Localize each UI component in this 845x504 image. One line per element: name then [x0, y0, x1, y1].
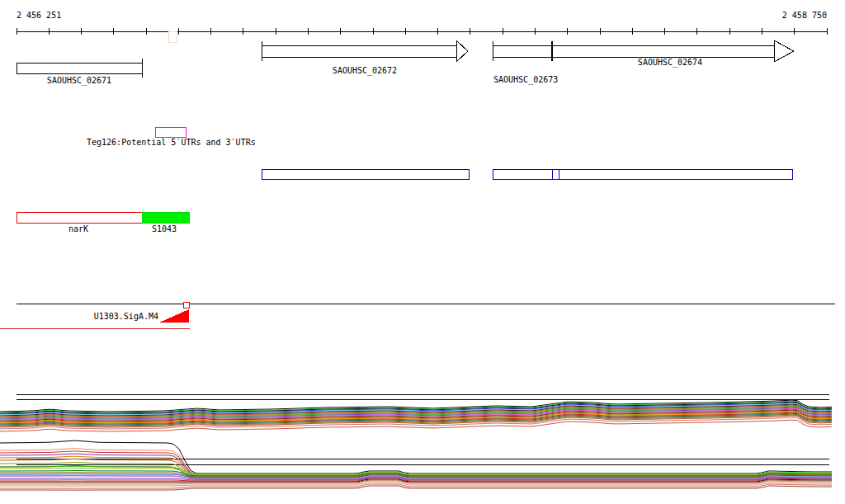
feature-saouhsc-02674[interactable]: SAOUHSC_02674	[552, 40, 794, 68]
tss-flag-triangle-icon[interactable]	[159, 309, 189, 323]
coverage-panel-1[interactable]	[0, 394, 832, 431]
teg126-utr-box-label: Teg126:Potential 5′UTRs and 3′UTRs	[87, 138, 256, 147]
nark-label: narK	[68, 224, 88, 233]
feature-s1043[interactable]: S1043	[142, 212, 189, 233]
feature-saouhsc-02671[interactable]: SAOUHSC_02671	[17, 59, 142, 86]
saouhsc-02673-label: SAOUHSC_02673	[493, 75, 558, 85]
coverage-panel-2[interactable]	[0, 440, 832, 490]
saouhsc-02671-label: SAOUHSC_02671	[47, 76, 111, 86]
feature-teg126-utr-box[interactable]: Teg126:Potential 5′UTRs and 3′UTRs	[87, 127, 256, 147]
saouhsc-02674-arrowhead-icon	[774, 40, 794, 62]
sequence-ruler[interactable]	[17, 28, 827, 42]
s1043-label: S1043	[152, 224, 177, 233]
tss-label: U1303.SigA.M4	[94, 312, 158, 321]
feature-saouhsc-02673[interactable]: SAOUHSC_02673	[493, 41, 559, 85]
feature-nark[interactable]: narK	[17, 212, 142, 233]
saouhsc-02672-label: SAOUHSC_02672	[333, 66, 397, 76]
feature-transcript-box-1[interactable]	[262, 169, 469, 179]
tss-track[interactable]: U1303.SigA.M4	[0, 302, 835, 328]
saouhsc-02672-arrowhead-icon	[456, 40, 468, 62]
genome-browser-window: 2 456 251 2 458 750 SAOUHSC_02671SAOUHSC…	[0, 0, 845, 504]
feature-saouhsc-02672[interactable]: SAOUHSC_02672	[262, 40, 468, 76]
genome-view-canvas: SAOUHSC_02671SAOUHSC_02672SAOUHSC_02673S…	[0, 0, 845, 504]
ruler-cursor-box[interactable]	[168, 31, 177, 42]
tss-marker-square[interactable]	[183, 302, 189, 308]
saouhsc-02674-label: SAOUHSC_02674	[638, 58, 702, 68]
feature-transcript-box-2[interactable]	[493, 169, 792, 179]
